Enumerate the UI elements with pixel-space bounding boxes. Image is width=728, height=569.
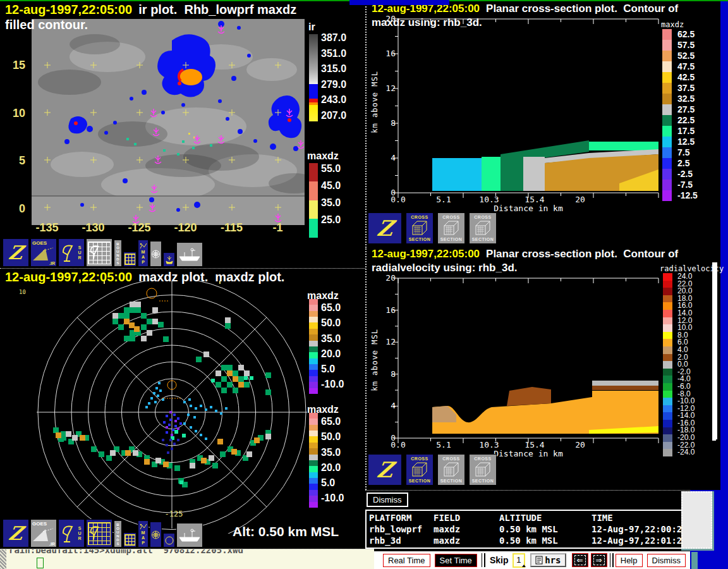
- panel-radar-ppi: 12-aug-1997,22:05:00maxdz plot. maxdz pl…: [0, 268, 365, 549]
- toolbar: Z GOES .IR SUR BOUNDS MAP: [3, 519, 203, 548]
- ship-button[interactable]: [176, 242, 203, 267]
- colorbar-title: ir: [308, 21, 315, 33]
- y-axis-label: km above MSL: [370, 71, 379, 133]
- cross-section-button[interactable]: CROSS SECTION: [469, 212, 497, 244]
- title-text: ir plot. Rhb_lowprf maxdz: [138, 3, 296, 16]
- grid-radar-button[interactable]: [86, 238, 112, 267]
- set-time-button[interactable]: Set Time: [435, 554, 477, 567]
- satellite-image: [32, 19, 305, 225]
- panel-xsection-radialvelocity: 12-aug-1997,22:05:00Planar cross-section…: [365, 247, 720, 490]
- timestamp: 12-aug-1997,22:05:00: [5, 3, 132, 16]
- zeb-logo-button[interactable]: Z: [368, 454, 402, 486]
- zeb-logo-button[interactable]: Z: [3, 519, 29, 548]
- cross-section-button[interactable]: CROSS SECTION: [437, 454, 465, 486]
- maxdz-colorbar-values: 65.050.035.020.05.0-10.0: [321, 300, 344, 393]
- ir-colorbar: [309, 34, 318, 121]
- panel-title: 12-aug-1997,22:05:00ir plot. Rhb_lowprf …: [5, 3, 296, 17]
- ir-colorbar-values: 387.0351.0315.0279.0243.0207.0: [321, 30, 346, 124]
- column-header: TIME: [592, 512, 686, 523]
- skip-label: Skip: [490, 555, 509, 565]
- panel-title-line2: maxdz using: rhb_3d.: [372, 16, 482, 29]
- maxdz-colorbar: [309, 299, 318, 394]
- cold-dot: [178, 82, 181, 85]
- terminal-window[interactable]: rain:beaufait:145>xdump.all 970812.2205.…: [0, 549, 374, 569]
- cross-section-button-active[interactable]: CROSS SECTION: [406, 454, 434, 486]
- scrollbar[interactable]: [712, 262, 716, 441]
- grid-radar-button[interactable]: [86, 519, 112, 548]
- buoy-button[interactable]: [163, 252, 175, 267]
- maxdz-colorbar: [309, 413, 318, 508]
- dismiss-button[interactable]: Dismiss: [367, 493, 408, 507]
- goes-ir-button[interactable]: GOES .IR: [30, 238, 57, 267]
- cube-icon: [411, 220, 428, 236]
- real-time-button[interactable]: Real Time: [383, 554, 430, 567]
- zeb-logo-button[interactable]: Z: [368, 212, 402, 244]
- cross-section-button-active[interactable]: CROSS SECTION: [406, 212, 434, 244]
- cross-section-button[interactable]: CROSS SECTION: [469, 454, 497, 486]
- help-button[interactable]: Help: [616, 554, 643, 567]
- tick-label: 10: [3, 107, 25, 119]
- zeb-logo: Z: [8, 242, 25, 264]
- radialvelocity-colorbar-values: 24.022.020.018.016.014.012.010.08.06.04.…: [677, 273, 695, 456]
- right-arrow-icon: ⇒: [593, 555, 605, 565]
- map-route-icon: [139, 523, 148, 530]
- rings-button[interactable]: [163, 533, 175, 548]
- toolbar: Z GOES .IR SUR BOUNDS MAP: [3, 238, 203, 267]
- y-axis-ticks: 201612840: [382, 273, 396, 443]
- x-axis-label: Distance in km: [478, 204, 579, 213]
- divider: [482, 553, 483, 567]
- time-control-bar: Real Time Set Time Skip 1 hrs ⇐ ⇒ Help D…: [374, 551, 690, 569]
- maxdz-colorbar-values: 62.557.552.547.542.537.532.527.522.517.5…: [677, 29, 698, 201]
- goes-ir-button[interactable]: GOES .IR: [30, 519, 57, 548]
- cross-section-button[interactable]: CROSS SECTION: [437, 212, 465, 244]
- map-button[interactable]: MAP: [138, 240, 149, 267]
- hours-menu-button[interactable]: hrs: [530, 553, 566, 567]
- surveillance-radar-button[interactable]: SUR: [58, 238, 85, 267]
- column-header: ALTITUDE: [499, 512, 592, 523]
- divider: [484, 553, 485, 567]
- cube-icon: [474, 462, 492, 478]
- ship-icon: [177, 247, 202, 262]
- bounds-button[interactable]: BOUNDS: [114, 520, 122, 548]
- ship-button[interactable]: [176, 523, 203, 548]
- radar-dish-icon: [61, 242, 78, 264]
- x-axis-ticks: 0.05.110.315.420: [375, 195, 681, 204]
- x-axis-ticks: -135-130-125-120-115-1: [24, 221, 302, 235]
- polar-grid-button[interactable]: [150, 241, 162, 267]
- small-grid-button[interactable]: [123, 532, 136, 548]
- map-button[interactable]: MAP: [138, 520, 149, 548]
- cube-icon: [474, 220, 492, 236]
- tick-label: -120: [162, 221, 209, 235]
- cold-dot: [74, 121, 78, 125]
- step-forward-button[interactable]: ⇒: [591, 553, 607, 567]
- scrollbar-track[interactable]: [681, 491, 712, 549]
- radar-echoes: [53, 302, 271, 487]
- tick-label: -135: [24, 221, 70, 235]
- column-header: FIELD: [434, 512, 499, 523]
- polar-grid-icon: [150, 248, 161, 260]
- small-grid-button[interactable]: [123, 252, 136, 267]
- dismiss-button[interactable]: Dismiss: [647, 554, 686, 567]
- polar-grid-button[interactable]: [150, 522, 162, 548]
- desktop: 12-aug-1997,22:05:00ir plot. Rhb_lowprf …: [0, 0, 728, 569]
- cube-icon: [442, 462, 460, 478]
- radialvelocity-colorbar: [663, 273, 672, 456]
- zeb-logo-button[interactable]: Z: [3, 238, 29, 267]
- y-axis-ticks: 201612840: [382, 14, 396, 198]
- window-edge: [349, 0, 449, 5]
- panel-xsection-maxdz: 12-aug-1997,22:05:00Planar cross-section…: [365, 1, 720, 248]
- surveillance-radar-button[interactable]: SUR: [58, 519, 85, 548]
- y-axis-label: km above MSL: [370, 329, 379, 391]
- tick-label: 5: [3, 154, 25, 167]
- goes-satellite-icon: [32, 527, 56, 542]
- bounds-button[interactable]: BOUNDS: [114, 240, 122, 267]
- timestamp: 12-aug-1997,22:05:00: [372, 248, 480, 260]
- menu-sheet-icon: [535, 556, 543, 565]
- text-cursor: [522, 563, 526, 567]
- circle-icon: [164, 535, 174, 546]
- grid-icon: [124, 254, 135, 265]
- step-back-button[interactable]: ⇐: [572, 553, 588, 567]
- map-route-icon: [139, 242, 148, 250]
- toolbar: Z CROSS SECTION CROSS SECTION CROSS SECT…: [368, 454, 497, 486]
- skip-value-input[interactable]: 1: [513, 553, 526, 568]
